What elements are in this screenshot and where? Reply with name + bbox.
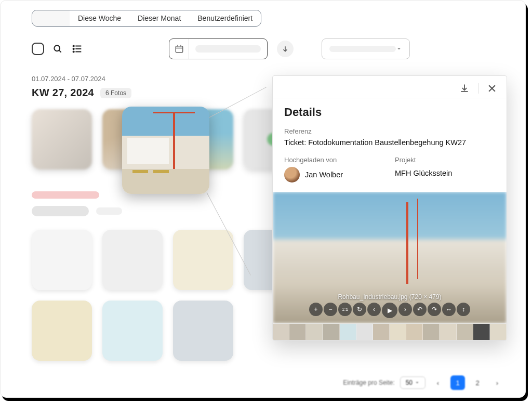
tab-active[interactable]	[32, 10, 70, 26]
project-label: Projekt	[395, 156, 495, 164]
svg-rect-19	[132, 170, 148, 173]
placeholder-title	[32, 206, 89, 216]
prev-page-button[interactable]: ‹	[431, 375, 445, 390]
svg-rect-20	[153, 170, 169, 173]
tab-this-month[interactable]: Dieser Monat	[129, 10, 189, 26]
mini-thumb[interactable]	[406, 324, 423, 340]
svg-point-6	[73, 51, 74, 52]
next-button[interactable]: ›	[398, 303, 412, 316]
list-view-icon[interactable]	[71, 43, 84, 55]
svg-line-1	[59, 50, 61, 53]
photo-thumb[interactable]	[32, 109, 92, 170]
mini-thumb[interactable]	[373, 324, 390, 340]
next-page-button[interactable]: ›	[490, 375, 504, 390]
download-icon[interactable]	[457, 81, 472, 96]
viewer-controls: + − 1:1 ↻ ‹ ▶ › ↶ ↷ ↔ ↕	[273, 303, 507, 318]
redo-button[interactable]: ↷	[428, 303, 441, 316]
toolbar	[32, 38, 512, 59]
page-size-select[interactable]: 50	[400, 376, 425, 389]
flip-vertical-button[interactable]: ↕	[457, 303, 470, 316]
date-range-tabs: Diese Woche Dieser Monat Benutzerdefinie…	[32, 10, 261, 27]
reference-value: Ticket: Fotodokumentation Baustellenbege…	[284, 138, 495, 147]
photo-thumb[interactable]	[102, 230, 163, 290]
mini-thumb[interactable]	[440, 324, 456, 340]
photo-thumb[interactable]	[32, 301, 92, 361]
svg-point-0	[54, 45, 60, 51]
calendar-icon	[169, 39, 189, 59]
page-2-button[interactable]: 2	[470, 375, 485, 390]
project-value: MFH Glücksstein	[395, 169, 495, 177]
svg-rect-15	[127, 138, 169, 164]
sort-button[interactable]	[277, 41, 294, 57]
date-value-placeholder	[195, 45, 261, 53]
uploaded-by-label: Hochgeladen von	[284, 156, 384, 164]
details-header: Details	[284, 106, 495, 119]
chevron-down-icon	[415, 380, 420, 385]
mini-thumb[interactable]	[340, 324, 356, 340]
prev-button[interactable]: ‹	[367, 303, 381, 316]
page-1-button[interactable]: 1	[450, 375, 465, 390]
reference-label: Referenz	[284, 127, 495, 135]
mini-thumb[interactable]	[323, 324, 339, 340]
play-button[interactable]: ▶	[382, 303, 397, 318]
select-all-checkbox[interactable]	[32, 43, 44, 55]
mini-thumb[interactable]	[356, 324, 373, 340]
flip-horizontal-button[interactable]: ↔	[442, 303, 456, 316]
viewer-image-detail	[406, 202, 408, 284]
mini-thumb[interactable]	[457, 324, 473, 340]
placeholder-range	[32, 191, 99, 199]
divider	[478, 83, 478, 94]
mini-thumb[interactable]	[473, 324, 490, 340]
zoom-out-button[interactable]: −	[324, 303, 337, 316]
one-to-one-button[interactable]: 1:1	[338, 303, 352, 316]
undo-button[interactable]: ↶	[413, 303, 427, 316]
avatar	[284, 167, 300, 183]
viewer-thumbstrip[interactable]	[273, 323, 507, 340]
mini-thumb[interactable]	[423, 324, 440, 340]
mini-thumb[interactable]	[306, 324, 323, 340]
svg-point-4	[73, 48, 74, 49]
viewer-caption: Rohbau_Industriebau.jpg (720 × 479)	[273, 293, 507, 301]
svg-rect-8	[176, 46, 183, 53]
photo-thumb[interactable]	[32, 230, 92, 290]
photo-thumb[interactable]	[173, 230, 233, 290]
filter-dropdown[interactable]	[322, 38, 410, 59]
photo-thumb[interactable]	[173, 301, 233, 361]
mini-thumb[interactable]	[390, 324, 406, 340]
search-icon[interactable]	[51, 43, 64, 55]
tab-this-week[interactable]: Diese Woche	[70, 10, 129, 26]
svg-rect-17	[153, 112, 195, 113]
mini-thumb[interactable]	[273, 324, 289, 340]
image-viewer[interactable]: Rohbau_Industriebau.jpg (720 × 479) + − …	[273, 192, 507, 323]
hovered-photo-preview[interactable]	[122, 107, 209, 194]
details-panel: Details Referenz Ticket: Fotodokumentati…	[272, 75, 507, 341]
zoom-in-button[interactable]: +	[309, 303, 323, 316]
mini-thumb[interactable]	[490, 324, 507, 340]
rotate-button[interactable]: ↻	[353, 303, 366, 316]
dropdown-placeholder	[329, 46, 396, 52]
week-title: KW 27, 2024	[32, 87, 94, 99]
photo-count-badge: 6 Fotos	[100, 88, 131, 98]
pagination: Einträge pro Seite: 50 ‹ 1 2 ›	[343, 375, 504, 390]
close-icon[interactable]	[485, 81, 499, 96]
date-picker[interactable]	[169, 38, 268, 59]
details-toolbar	[273, 76, 507, 98]
mini-thumb[interactable]	[289, 324, 306, 340]
uploaded-by-value: Jan Wolber	[305, 171, 343, 179]
chevron-down-icon	[396, 46, 402, 52]
details-body: Details Referenz Ticket: Fotodokumentati…	[273, 98, 507, 192]
photo-thumb[interactable]	[102, 301, 163, 361]
pagination-label: Einträge pro Seite:	[343, 379, 394, 386]
svg-point-2	[73, 45, 74, 46]
tab-custom[interactable]: Benutzerdefiniert	[189, 10, 261, 26]
placeholder-count	[96, 207, 122, 215]
